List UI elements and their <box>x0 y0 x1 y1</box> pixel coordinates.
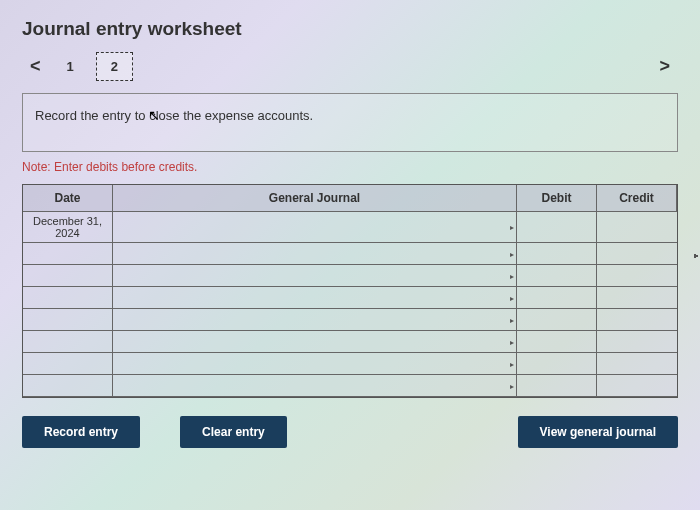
page-title: Journal entry worksheet <box>22 18 678 40</box>
credit-cell[interactable]: ▸ <box>597 331 677 353</box>
chevron-down-icon: ▸ <box>510 249 514 258</box>
buttons-row: Record entry Clear entry View general jo… <box>22 416 678 448</box>
date-cell[interactable] <box>23 309 113 331</box>
journal-cell[interactable]: ▸ <box>113 243 517 265</box>
credit-cell[interactable]: ▸ <box>597 265 677 287</box>
table-row: ▸▸▸ <box>23 331 677 353</box>
table-row: ▸▸▸ <box>23 375 677 397</box>
header-date: Date <box>23 185 113 212</box>
debit-cell[interactable]: ▸ <box>517 212 597 243</box>
note-text: Note: Enter debits before credits. <box>22 160 678 174</box>
debit-cell[interactable]: ▸ <box>517 265 597 287</box>
chevron-down-icon: ▸ <box>510 337 514 346</box>
date-cell[interactable]: December 31, 2024 <box>23 212 113 243</box>
header-credit: Credit <box>597 185 677 212</box>
credit-cell[interactable]: ▸ <box>597 309 677 331</box>
record-entry-button[interactable]: Record entry <box>22 416 140 448</box>
credit-cell[interactable]: ▸ <box>597 353 677 375</box>
chevron-down-icon: ▸ <box>510 315 514 324</box>
date-cell[interactable] <box>23 331 113 353</box>
debit-cell[interactable]: ▸ <box>517 353 597 375</box>
table-row: ▸▸▸ <box>23 287 677 309</box>
journal-cell[interactable]: ▸ <box>113 287 517 309</box>
journal-cell[interactable]: ▸ <box>113 353 517 375</box>
table-row: ▸▸▸ <box>23 309 677 331</box>
date-cell[interactable] <box>23 353 113 375</box>
journal-cell[interactable]: ▸ <box>113 265 517 287</box>
table-row: ▸▸▸ <box>23 243 677 265</box>
clear-entry-button[interactable]: Clear entry <box>180 416 287 448</box>
tab-2[interactable]: 2 <box>96 52 133 81</box>
header-debit: Debit <box>517 185 597 212</box>
date-cell[interactable] <box>23 243 113 265</box>
credit-cell[interactable]: ▸ <box>597 212 677 243</box>
chevron-down-icon: ▸ <box>510 271 514 280</box>
journal-cell[interactable]: ▸ <box>113 331 517 353</box>
view-journal-button[interactable]: View general journal <box>518 416 678 448</box>
debit-cell[interactable]: ▸ <box>517 243 597 265</box>
journal-cell[interactable]: ▸ <box>113 309 517 331</box>
tab-1[interactable]: 1 <box>53 53 88 80</box>
chevron-down-icon: ▸ <box>510 293 514 302</box>
date-cell[interactable] <box>23 375 113 397</box>
date-cell[interactable] <box>23 287 113 309</box>
tabs-row: < 1 2 > <box>22 52 678 81</box>
instruction-box: Record the entry to close the expense ac… <box>22 93 678 152</box>
table-row: ▸▸▸ <box>23 265 677 287</box>
chevron-down-icon: ▸ <box>694 251 698 260</box>
journal-cell[interactable]: ▸ <box>113 375 517 397</box>
debit-cell[interactable]: ▸ <box>517 287 597 309</box>
journal-cell[interactable]: ▸ <box>113 212 517 243</box>
table-row: December 31, 2024▸▸▸ <box>23 212 677 243</box>
chevron-down-icon: ▸ <box>510 381 514 390</box>
prev-arrow-icon[interactable]: < <box>22 56 49 77</box>
credit-cell[interactable]: ▸ <box>597 375 677 397</box>
table-header: Date General Journal Debit Credit <box>23 185 677 212</box>
debit-cell[interactable]: ▸ <box>517 309 597 331</box>
date-cell[interactable] <box>23 265 113 287</box>
debit-cell[interactable]: ▸ <box>517 331 597 353</box>
chevron-down-icon: ▸ <box>510 359 514 368</box>
credit-cell[interactable]: ▸ <box>597 287 677 309</box>
chevron-down-icon: ▸ <box>510 223 514 232</box>
next-arrow-icon[interactable]: > <box>651 56 678 77</box>
header-journal: General Journal <box>113 185 517 212</box>
journal-table: Date General Journal Debit Credit Decemb… <box>22 184 678 398</box>
debit-cell[interactable]: ▸ <box>517 375 597 397</box>
table-row: ▸▸▸ <box>23 353 677 375</box>
credit-cell[interactable]: ▸ <box>597 243 677 265</box>
